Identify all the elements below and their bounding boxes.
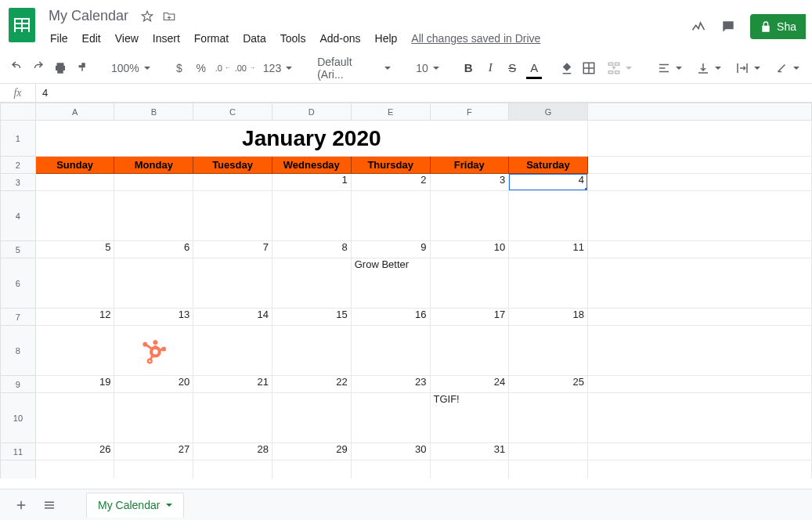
cell-grow-better[interactable]: Grow Better — [351, 258, 430, 309]
cell[interactable] — [430, 191, 509, 241]
comments-icon[interactable] — [720, 19, 736, 34]
number-format-dropdown[interactable]: 123 — [257, 58, 298, 78]
cell[interactable] — [351, 191, 430, 241]
row-header-1[interactable]: 1 — [1, 121, 36, 157]
row-header-2[interactable]: 2 — [1, 157, 36, 174]
menu-format[interactable]: Format — [188, 29, 235, 48]
text-color-button[interactable]: A — [524, 58, 544, 78]
cell[interactable]: 27 — [114, 443, 193, 460]
cell[interactable] — [193, 393, 272, 443]
rotate-button[interactable] — [768, 58, 806, 78]
cell[interactable] — [587, 157, 811, 174]
font-dropdown[interactable]: Default (Ari... — [311, 58, 397, 78]
cell[interactable]: 5 — [35, 241, 114, 258]
decrease-decimals-button[interactable]: .0 ← — [213, 58, 233, 78]
col-header-b[interactable]: B — [114, 103, 193, 121]
cell[interactable] — [587, 443, 811, 460]
cell[interactable] — [430, 326, 509, 376]
cell[interactable] — [193, 326, 272, 376]
cell-hubspot[interactable] — [114, 326, 193, 376]
day-header-monday[interactable]: Monday — [114, 157, 193, 174]
day-header-tuesday[interactable]: Tuesday — [193, 157, 272, 174]
fill-color-button[interactable] — [557, 58, 577, 78]
cell[interactable] — [35, 174, 114, 191]
cell[interactable]: 6 — [114, 241, 193, 258]
cell[interactable] — [587, 460, 811, 479]
cell[interactable] — [114, 460, 193, 479]
all-sheets-button[interactable] — [38, 493, 61, 517]
cell[interactable] — [430, 460, 509, 479]
merge-button[interactable] — [601, 58, 638, 78]
cell[interactable] — [509, 393, 588, 443]
save-status[interactable]: All changes saved in Drive — [411, 32, 540, 45]
cell[interactable] — [35, 460, 114, 479]
row-header-12[interactable]: 12 — [1, 460, 36, 479]
cell[interactable]: 1 — [272, 174, 351, 191]
cell[interactable]: 11 — [509, 241, 588, 258]
row-header-4[interactable]: 4 — [1, 191, 36, 241]
font-size-dropdown[interactable]: 10 — [410, 58, 446, 78]
cell[interactable]: 30 — [351, 443, 430, 460]
cell[interactable] — [114, 191, 193, 241]
cell[interactable] — [587, 191, 811, 241]
cell[interactable] — [35, 258, 114, 309]
day-header-wednesday[interactable]: Wednesday — [272, 157, 351, 174]
cell[interactable] — [509, 191, 588, 241]
calendar-title-cell[interactable]: January 2020 — [35, 121, 587, 157]
activity-icon[interactable] — [691, 19, 706, 34]
spreadsheet-grid[interactable]: A B C D E F G 1 January 2020 2 Sunday Mo… — [0, 103, 812, 478]
cell[interactable]: 25 — [509, 376, 588, 393]
cell[interactable] — [587, 241, 811, 258]
cell[interactable] — [351, 460, 430, 479]
cell[interactable] — [509, 258, 588, 309]
cell[interactable]: 13 — [114, 309, 193, 326]
cell[interactable] — [430, 258, 509, 309]
cell[interactable]: 7 — [193, 241, 272, 258]
cell[interactable] — [587, 393, 811, 443]
menu-insert[interactable]: Insert — [146, 29, 186, 48]
menu-view[interactable]: View — [109, 29, 145, 48]
cell[interactable] — [35, 326, 114, 376]
row-header-6[interactable]: 6 — [1, 258, 36, 309]
row-header-11[interactable]: 11 — [1, 443, 36, 460]
cell[interactable]: 3 — [430, 174, 509, 191]
menu-help[interactable]: Help — [369, 29, 404, 48]
cell[interactable] — [35, 191, 114, 241]
cell[interactable] — [509, 326, 588, 376]
cell[interactable] — [509, 460, 588, 479]
menu-addons[interactable]: Add-ons — [313, 29, 366, 48]
paint-format-button[interactable] — [72, 58, 92, 78]
day-header-saturday[interactable]: Saturday — [509, 157, 588, 174]
cell[interactable]: 14 — [193, 309, 272, 326]
cell[interactable]: 10 — [430, 241, 509, 258]
strike-button[interactable]: S — [502, 58, 522, 78]
cell-selected[interactable]: 4 — [509, 174, 588, 191]
menu-edit[interactable]: Edit — [76, 29, 107, 48]
cell[interactable]: 2 — [351, 174, 430, 191]
cell[interactable]: 18 — [509, 309, 588, 326]
cell[interactable]: 19 — [35, 376, 114, 393]
corner-select-all[interactable] — [1, 103, 36, 121]
doc-title[interactable]: My Calendar — [44, 6, 133, 26]
row-header-5[interactable]: 5 — [1, 241, 36, 258]
cell[interactable]: 20 — [114, 376, 193, 393]
col-header-d[interactable]: D — [272, 103, 351, 121]
percent-button[interactable]: % — [191, 58, 211, 78]
row-header-3[interactable]: 3 — [1, 174, 36, 191]
zoom-dropdown[interactable]: 100% — [105, 58, 157, 78]
cell[interactable] — [587, 258, 811, 309]
cell[interactable]: 24 — [430, 376, 509, 393]
cell[interactable] — [272, 326, 351, 376]
cell[interactable] — [193, 460, 272, 479]
cell[interactable]: 29 — [272, 443, 351, 460]
row-header-7[interactable]: 7 — [1, 309, 36, 326]
star-icon[interactable] — [139, 9, 155, 24]
sheets-logo[interactable] — [6, 9, 38, 41]
day-header-thursday[interactable]: Thursday — [351, 157, 430, 174]
day-header-friday[interactable]: Friday — [430, 157, 509, 174]
cell[interactable] — [114, 393, 193, 443]
menu-data[interactable]: Data — [236, 29, 272, 48]
cell[interactable]: 23 — [351, 376, 430, 393]
move-folder-icon[interactable] — [161, 9, 177, 24]
increase-decimals-button[interactable]: .00 → — [235, 58, 255, 78]
